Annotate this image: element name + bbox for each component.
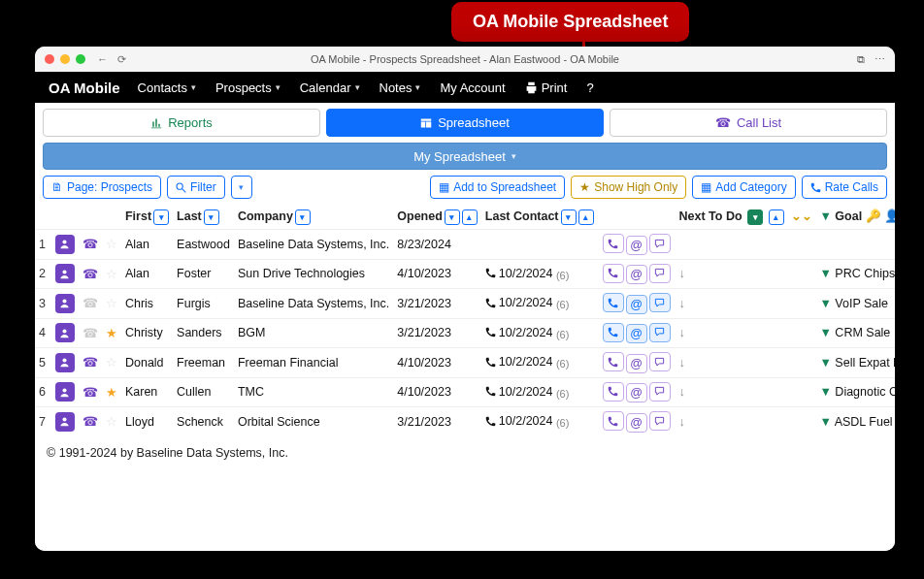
sort-opened-d[interactable]: ▾ xyxy=(445,209,460,225)
filter-dropdown-button[interactable]: ▾ xyxy=(231,176,252,199)
sort-next-d[interactable]: ▾ xyxy=(747,209,763,225)
add-person-icon[interactable]: 👤⁺ xyxy=(884,209,895,223)
person-icon[interactable] xyxy=(55,323,75,342)
row-number: 5 xyxy=(35,348,51,378)
action-email[interactable]: @ xyxy=(626,265,647,284)
rate-calls-button[interactable]: Rate Calls xyxy=(802,176,887,199)
tab-call-list[interactable]: ☎ Call List xyxy=(610,109,887,137)
titlebar: ← ⟳ OA Mobile - Prospects Spreadsheet - … xyxy=(35,47,895,72)
star-icon[interactable]: ☆ xyxy=(106,415,117,429)
filter-button[interactable]: Filter xyxy=(167,176,225,199)
action-email[interactable]: @ xyxy=(626,413,647,433)
action-call[interactable] xyxy=(603,323,624,342)
action-call[interactable] xyxy=(603,411,624,431)
star-icon[interactable]: ★ xyxy=(106,327,117,340)
action-chat[interactable] xyxy=(649,323,671,342)
action-email[interactable]: @ xyxy=(626,383,647,402)
add-to-spreadsheet-button[interactable]: ▦ Add to Spreadsheet xyxy=(430,176,565,199)
person-icon[interactable] xyxy=(55,294,75,313)
extension-icon[interactable]: ⧉ xyxy=(857,53,865,66)
cell-company: Baseline Data Systems, Inc. xyxy=(234,230,393,260)
cell-goal: ▼ ASDL Fuel Regulator Sales xyxy=(816,407,896,436)
action-email[interactable]: @ xyxy=(626,354,647,373)
chevron-down-icon: ▾ xyxy=(512,151,516,161)
action-call[interactable] xyxy=(603,352,624,371)
table-row[interactable]: 6☎★KarenCullenTMC4/10/2023 10/2/2024 (6)… xyxy=(35,377,895,407)
add-category-button[interactable]: ▦ Add Category xyxy=(692,176,795,199)
star-icon[interactable]: ★ xyxy=(106,386,117,400)
action-chat[interactable] xyxy=(649,234,671,253)
menu-notes[interactable]: Notes▾ xyxy=(372,77,429,99)
table-row[interactable]: 4☎★ChristySandersBGM3/21/2023 10/2/2024 … xyxy=(35,318,895,348)
table-row[interactable]: 2☎☆AlanFosterSun Drive Technologies4/10/… xyxy=(35,259,895,289)
action-chat[interactable] xyxy=(649,352,671,371)
close-window-button[interactable] xyxy=(45,54,54,64)
reload-button[interactable]: ⟳ xyxy=(117,53,126,66)
tab-spreadsheet[interactable]: Spreadsheet xyxy=(326,109,604,137)
phone-icon[interactable]: ☎ xyxy=(82,238,98,251)
star-icon[interactable]: ☆ xyxy=(106,238,117,251)
sort-lc-u[interactable]: ▴ xyxy=(578,209,594,225)
sort-company[interactable]: ▾ xyxy=(295,209,311,225)
phone-icon[interactable]: ☎ xyxy=(82,356,98,370)
action-call[interactable] xyxy=(603,264,624,283)
zoom-window-button[interactable] xyxy=(76,54,85,64)
table-row[interactable]: 7☎☆LloydSchenckOrbital Science3/21/2023 … xyxy=(35,407,895,436)
action-chat[interactable] xyxy=(649,411,671,431)
svg-point-3 xyxy=(63,270,67,273)
cell-company: BGM xyxy=(234,318,393,348)
expand-all-icon[interactable]: ⌄⌄ xyxy=(791,209,812,223)
phone-icon[interactable]: ☎ xyxy=(82,268,98,281)
show-high-only-button[interactable]: ★ Show High Only xyxy=(571,176,686,199)
star-icon[interactable]: ☆ xyxy=(106,297,117,310)
action-chat[interactable] xyxy=(649,264,671,283)
cell-company: Freeman Financial xyxy=(234,348,393,378)
action-email[interactable]: @ xyxy=(626,295,647,314)
sort-lc-d[interactable]: ▾ xyxy=(561,209,577,225)
sort-opened-u[interactable]: ▴ xyxy=(462,209,478,225)
menu-myaccount[interactable]: My Account xyxy=(432,77,512,99)
page-button[interactable]: 🗎 Page: Prospects xyxy=(43,176,161,199)
row-number: 1 xyxy=(35,230,51,260)
table-row[interactable]: 1☎☆AlanEastwoodBaseline Data Systems, In… xyxy=(35,230,895,260)
person-icon[interactable] xyxy=(55,382,75,402)
phone-icon[interactable]: ☎ xyxy=(82,415,98,429)
action-call[interactable] xyxy=(603,234,624,253)
action-email[interactable]: @ xyxy=(626,324,647,343)
sort-last[interactable]: ▾ xyxy=(204,209,219,225)
sort-first[interactable]: ▾ xyxy=(153,209,169,225)
person-icon[interactable] xyxy=(55,264,75,283)
my-spreadsheet-dropdown[interactable]: My Spreadsheet ▾ xyxy=(43,143,887,170)
cell-next-todo: ↓ xyxy=(676,348,816,378)
back-button[interactable]: ← xyxy=(97,53,108,66)
minimize-window-button[interactable] xyxy=(60,54,70,64)
person-icon[interactable] xyxy=(55,353,75,372)
action-email[interactable]: @ xyxy=(626,236,647,255)
menu-[interactable]: ? xyxy=(578,77,601,99)
person-icon[interactable] xyxy=(55,412,75,432)
table-row[interactable]: 5☎☆DonaldFreemanFreeman Financial4/10/20… xyxy=(35,348,895,378)
star-icon[interactable]: ☆ xyxy=(106,356,117,370)
add-category-label: Add Category xyxy=(715,180,786,194)
menu-contacts[interactable]: Contacts▾ xyxy=(130,77,204,99)
menu-calendar[interactable]: Calendar▾ xyxy=(292,77,368,99)
action-chat[interactable] xyxy=(649,382,671,402)
more-icon[interactable]: ⋯ xyxy=(874,53,885,66)
rate-calls-label: Rate Calls xyxy=(825,180,878,194)
cell-company: Baseline Data Systems, Inc. xyxy=(234,289,393,319)
person-icon[interactable] xyxy=(55,235,75,254)
cell-next-todo: ↓ xyxy=(676,259,816,289)
phone-icon[interactable]: ☎ xyxy=(82,386,98,400)
action-call[interactable] xyxy=(603,382,624,402)
svg-point-2 xyxy=(63,241,67,244)
cell-goal: ▼ Diagnotic Chipset Sales xyxy=(816,377,896,407)
action-chat[interactable] xyxy=(649,293,671,312)
sort-next-u[interactable]: ▴ xyxy=(769,209,784,225)
tab-reports[interactable]: Reports xyxy=(43,109,320,137)
action-call[interactable] xyxy=(603,293,624,312)
table-row[interactable]: 3☎☆ChrisFurgisBaseline Data Systems, Inc… xyxy=(35,289,895,319)
menu-print[interactable]: Print xyxy=(517,77,576,99)
star-icon[interactable]: ☆ xyxy=(106,268,117,281)
funnel-icon: ▼ xyxy=(820,209,832,223)
menu-prospects[interactable]: Prospects▾ xyxy=(208,77,288,99)
